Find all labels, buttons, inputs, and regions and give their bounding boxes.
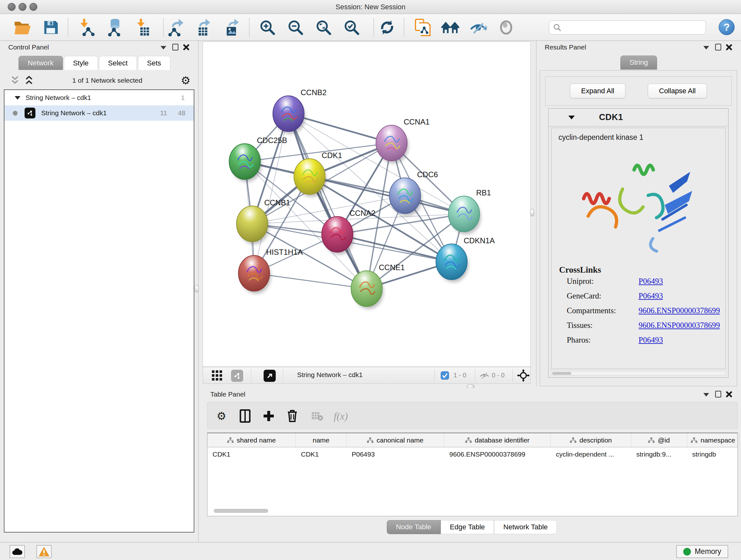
panel-float-icon[interactable]: [715, 391, 721, 397]
network-node-CCNA1[interactable]: [376, 125, 408, 164]
fit-selected-crosshair-icon[interactable]: [517, 369, 530, 382]
panel-float-icon[interactable]: [715, 44, 721, 51]
results-hscrollbar[interactable]: [551, 371, 726, 375]
network-canvas[interactable]: CCNB2CCNA1CDC25BCDK1CDC6RB1CCNB1CCNA2CDK…: [203, 42, 531, 367]
zoom-window-icon[interactable]: [29, 3, 37, 11]
open-in-window-icon[interactable]: [264, 370, 276, 382]
table-cell[interactable]: P06493: [347, 447, 444, 461]
network-row-selected[interactable]: String Network – cdk1 1148: [4, 105, 194, 121]
panel-float-icon[interactable]: [172, 44, 179, 51]
tab-network[interactable]: Network: [18, 56, 63, 70]
network-node-CCNA2[interactable]: [322, 216, 354, 255]
network-node-CCNE1[interactable]: [351, 271, 384, 309]
save-session-button[interactable]: [40, 17, 61, 38]
network-node-RB1[interactable]: [448, 196, 481, 234]
tree-expand-icon[interactable]: [15, 96, 20, 100]
crosslink-link[interactable]: P06493: [638, 292, 663, 300]
add-column-plus-icon[interactable]: [260, 408, 277, 424]
panel-menu-icon[interactable]: [160, 46, 166, 50]
string-import-button[interactable]: [411, 17, 432, 38]
show-columns-icon[interactable]: [237, 408, 253, 424]
panel-close-icon[interactable]: [183, 44, 189, 51]
table-cell[interactable]: cyclin-dependent ...: [551, 447, 631, 461]
collapse-entry-icon[interactable]: [568, 116, 575, 119]
expand-all-button[interactable]: Expand All: [570, 84, 625, 98]
search-input[interactable]: [564, 24, 702, 31]
network-node-CDK1[interactable]: [294, 159, 327, 197]
column-header-canonical-name[interactable]: canonical name: [347, 433, 444, 447]
network-node-CCNB1[interactable]: [237, 206, 269, 244]
selected-nodes-checkbox[interactable]: [441, 371, 449, 380]
panel-close-icon[interactable]: [725, 44, 732, 51]
apply-layout-button[interactable]: [377, 17, 398, 38]
memory-button[interactable]: Memory: [676, 545, 728, 558]
warnings-button[interactable]: [37, 545, 52, 558]
cloud-button[interactable]: [10, 545, 25, 558]
tab-network-table[interactable]: Network Table: [494, 520, 557, 534]
panel-close-icon[interactable]: [725, 391, 732, 397]
tab-edge-table[interactable]: Edge Table: [441, 520, 494, 534]
minimize-window-icon[interactable]: [18, 3, 26, 11]
gene-entry-header[interactable]: CDK1: [549, 109, 728, 126]
column-header-namespace[interactable]: namespace: [687, 433, 739, 447]
network-edge[interactable]: [288, 114, 367, 289]
network-node-CDC6[interactable]: [389, 178, 422, 216]
crosslink-link[interactable]: 9606.ENSP00000378699: [638, 321, 720, 330]
zoom-fit-button[interactable]: [313, 17, 334, 38]
tab-string[interactable]: String: [620, 56, 657, 70]
panel-menu-icon[interactable]: [703, 393, 709, 396]
network-node-CDC25B[interactable]: [229, 144, 262, 182]
crosslink-link[interactable]: P06493: [638, 277, 663, 286]
left-splitter-grip[interactable]: [195, 285, 199, 293]
zoom-out-button[interactable]: [285, 17, 306, 38]
column-header-description[interactable]: description: [551, 433, 631, 447]
table-settings-gear-icon[interactable]: ⚙: [213, 408, 230, 424]
import-table-button[interactable]: [132, 17, 153, 38]
network-edge[interactable]: [254, 273, 367, 289]
column-header-database-identifier[interactable]: database identifier: [444, 433, 551, 447]
help-button[interactable]: ?: [719, 19, 735, 35]
tab-node-table[interactable]: Node Table: [387, 520, 441, 534]
table-cell[interactable]: stringdb:9...: [631, 447, 687, 461]
gear-icon[interactable]: ⚙: [181, 75, 191, 86]
table-cell[interactable]: CDK1: [296, 447, 347, 461]
export-image-button[interactable]: [221, 17, 242, 38]
zoom-in-button[interactable]: [257, 17, 278, 38]
export-table-button[interactable]: [192, 17, 213, 38]
birdseye-grid-icon[interactable]: [212, 370, 223, 381]
home-networks-button[interactable]: [440, 17, 461, 38]
right-splitter-grip[interactable]: [530, 209, 534, 216]
collapse-all-button[interactable]: Collapse All: [648, 84, 707, 98]
close-window-icon[interactable]: [8, 3, 16, 11]
import-network-file-button[interactable]: [76, 17, 97, 38]
network-node-HIST1H1A[interactable]: [239, 255, 271, 294]
crosslink-link[interactable]: P06493: [638, 335, 663, 345]
network-node-CCNB2[interactable]: [273, 96, 306, 134]
network-share-icon[interactable]: [231, 370, 243, 382]
delete-column-trash-icon[interactable]: [284, 408, 300, 424]
table-cell[interactable]: CDK1: [207, 447, 296, 461]
export-network-button[interactable]: [165, 17, 186, 38]
open-session-button[interactable]: [12, 17, 33, 38]
zoom-selected-button[interactable]: [341, 17, 362, 38]
column-header-@id[interactable]: @id: [631, 433, 687, 447]
table-cell[interactable]: 9606.ENSP00000378699: [444, 447, 551, 461]
column-header-shared-name[interactable]: shared name: [207, 433, 296, 447]
import-network-database-button[interactable]: [103, 17, 124, 38]
panel-menu-icon[interactable]: [703, 46, 709, 50]
tab-select[interactable]: Select: [99, 56, 137, 70]
hide-panel-eye-button[interactable]: [468, 17, 489, 38]
network-edge[interactable]: [310, 177, 464, 214]
tab-style[interactable]: Style: [64, 56, 98, 70]
inactive-eye-button[interactable]: [495, 17, 517, 38]
tab-sets[interactable]: Sets: [138, 56, 171, 70]
network-node-CDKN1A[interactable]: [436, 244, 468, 282]
column-header-name[interactable]: name: [296, 433, 347, 447]
expand-all-tree-icon[interactable]: [10, 75, 20, 85]
network-collection-row[interactable]: String Network – cdk1 1: [4, 90, 194, 105]
table-hscrollbar[interactable]: [214, 508, 740, 513]
crosslink-link[interactable]: 9606.ENSP00000378699: [638, 306, 720, 315]
table-cell[interactable]: stringdb: [687, 447, 739, 461]
collapse-all-tree-icon[interactable]: [24, 75, 34, 85]
table-row[interactable]: CDK1CDK1P064939606.ENSP00000378699cyclin…: [207, 447, 738, 461]
